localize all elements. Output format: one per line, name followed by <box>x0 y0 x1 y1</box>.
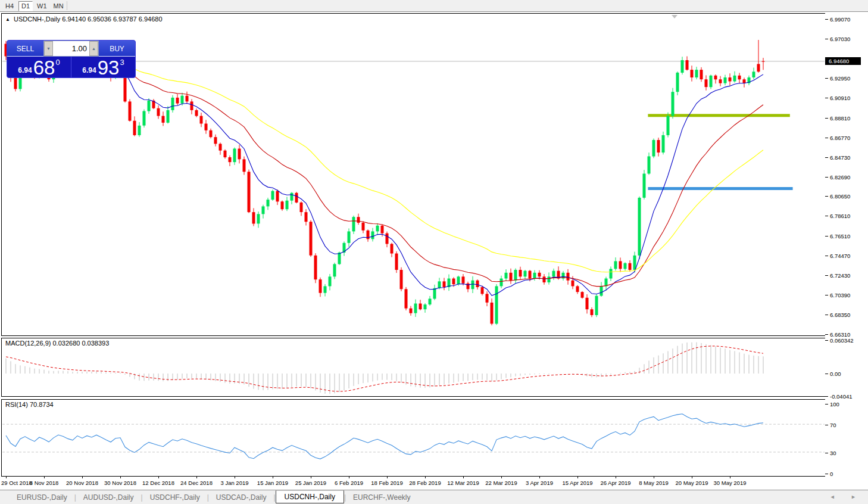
date-tick-label: 22 Mar 2019 <box>485 480 517 486</box>
price-tick-label: 6.78610 <box>830 213 850 219</box>
price-tick-mark <box>825 98 828 98</box>
price-tick-label: 6.88810 <box>830 115 850 122</box>
date-tick-mark <box>44 477 45 478</box>
price-tick-mark <box>825 157 828 158</box>
timeframe-mn-button[interactable]: MN <box>51 1 66 11</box>
price-tick-label: 6.97030 <box>830 36 850 42</box>
date-tick-mark <box>6 477 7 478</box>
price-tick-label: 6.72430 <box>830 272 850 279</box>
price-tick-label: 6.82690 <box>830 174 850 181</box>
macd-tick-mark <box>825 340 828 341</box>
date-tick-label: 20 Nov 2018 <box>66 480 98 486</box>
price-tick-mark <box>825 275 828 276</box>
tab-usdcnh[interactable]: USDCNH-,Daily <box>276 490 344 503</box>
collapse-icon[interactable]: ▲ <box>5 17 10 22</box>
rsi-canvas <box>2 400 825 476</box>
price-tick-label: 6.99070 <box>830 16 850 23</box>
price-tick-mark <box>825 39 828 39</box>
date-tick-label: 28 Feb 2019 <box>409 480 441 486</box>
price-tick-label: 6.80650 <box>830 193 850 200</box>
tab-usdcad[interactable]: USDCAD-,Daily <box>209 491 274 503</box>
date-tick-label: 30 May 2019 <box>714 480 747 486</box>
price-tick-mark <box>825 236 828 237</box>
sell-price-big: 68 <box>33 58 55 77</box>
date-tick-mark <box>692 477 692 478</box>
buy-button[interactable]: BUY <box>99 41 135 57</box>
macd-panel[interactable]: MACD(12,26,9) 0.032680 0.038393 <box>1 338 826 397</box>
rsi-tick-mark <box>825 453 828 453</box>
sell-price[interactable]: 6.94 68 0 <box>7 57 71 78</box>
date-tick-mark <box>463 477 464 478</box>
macd-label: MACD(12,26,9) 0.032680 0.038393 <box>5 340 109 347</box>
date-tick-mark <box>577 477 578 478</box>
date-tick-mark <box>82 477 83 478</box>
price-axis: 6.990706.970306.949906.929506.909106.888… <box>825 13 868 489</box>
support-line <box>648 187 792 190</box>
symbol-tabs: EURUSD-,Daily|AUDUSD-,Daily|USDCHF-,Dail… <box>10 491 417 503</box>
date-tick-label: 3 Jan 2019 <box>220 480 248 486</box>
rsi-tick-label: 30 <box>830 450 836 456</box>
rsi-tick-mark <box>825 404 828 405</box>
buy-price-big: 93 <box>98 58 120 77</box>
chart-shift-marker-icon <box>672 15 677 18</box>
candles-layer <box>5 40 765 325</box>
timeframe-w1-button[interactable]: W1 <box>35 1 49 11</box>
timeframe-d1-button[interactable]: D1 <box>18 1 33 11</box>
mt4-window: H4D1W1MN ▲ USDCNH-,Daily 6.94140 6.95036… <box>0 0 868 504</box>
rsi-level-lines <box>2 424 825 452</box>
date-tick-mark <box>425 477 426 478</box>
price-tick-mark <box>825 256 828 256</box>
toolbar-separator <box>67 1 67 10</box>
date-tick-label: 30 Nov 2018 <box>104 480 136 486</box>
price-tick-label: 6.90910 <box>830 95 850 101</box>
date-tick-label: 26 Apr 2019 <box>600 480 630 486</box>
price-tick-mark <box>825 138 828 138</box>
volume-input[interactable] <box>53 41 89 56</box>
chart-header: ▲ USDCNH-,Daily 6.94140 6.95036 6.93787 … <box>5 15 163 23</box>
macd-values: 0.032680 0.038393 <box>52 340 109 347</box>
macd-tick-label: -0.04041 <box>830 393 853 400</box>
date-tick-label: 20 May 2019 <box>676 480 708 486</box>
date-tick-mark <box>158 477 159 478</box>
rsi-tick-mark <box>825 474 828 474</box>
price-tick-mark <box>825 315 828 315</box>
tab-usdchf[interactable]: USDCHF-,Daily <box>143 491 207 503</box>
date-tick-mark <box>235 477 235 478</box>
price-tick-label: 6.76510 <box>830 233 850 239</box>
tab-scroll-arrows: ◄ ► <box>830 494 863 500</box>
rsi-tick-label: 0 <box>830 471 833 477</box>
timeframe-toolbar: H4D1W1MN <box>0 0 868 12</box>
sell-price-small: 6.94 <box>18 66 32 74</box>
price-tick-label: 6.84730 <box>830 154 850 161</box>
tab-audusd[interactable]: AUDUSD-,Daily <box>76 491 141 503</box>
volume-decrease-button[interactable]: ▼ <box>44 41 53 56</box>
date-tick-label: 25 Jan 2019 <box>295 480 326 486</box>
price-tick-mark <box>825 19 828 20</box>
price-tick-mark <box>825 118 828 119</box>
chart-symbol-label: USDCNH-,Daily <box>14 15 60 23</box>
tab-eurusd[interactable]: EURUSD-,Daily <box>10 491 74 503</box>
symbol-tab-bar: EURUSD-,Daily|AUDUSD-,Daily|USDCHF-,Dail… <box>0 490 868 504</box>
timeframe-h4-button[interactable]: H4 <box>2 1 17 11</box>
current-price-label: 6.94680 <box>825 57 861 65</box>
horizontal-lines-layer <box>648 114 792 190</box>
date-tick-label: 15 Apr 2019 <box>562 480 592 486</box>
price-tick-mark <box>825 78 828 79</box>
sell-button[interactable]: SELL <box>7 41 43 57</box>
tab-scroll-left-icon[interactable]: ◄ <box>830 494 842 500</box>
rsi-panel[interactable]: RSI(14) 70.8734 <box>1 399 826 477</box>
tab-eurchf[interactable]: EURCHF-,Weekly <box>346 491 417 503</box>
chart-ohlc-values: 6.94140 6.95036 6.93787 6.94680 <box>62 15 162 23</box>
macd-tick-mark <box>825 396 828 397</box>
buy-price[interactable]: 6.94 93 3 <box>71 57 135 78</box>
timeframe-buttons: H4D1W1MN <box>2 1 66 11</box>
main-chart-panel[interactable]: ▲ USDCNH-,Daily 6.94140 6.95036 6.93787 … <box>1 13 826 336</box>
volume-increase-button[interactable]: ▲ <box>89 41 98 56</box>
macd-tick-mark <box>825 374 828 374</box>
price-tick-mark <box>825 216 828 216</box>
date-tick-label: 18 Feb 2019 <box>371 480 402 486</box>
tab-scroll-right-icon[interactable]: ► <box>851 494 863 500</box>
price-tick-label: 6.92950 <box>830 75 850 82</box>
price-tick-mark <box>825 177 828 178</box>
date-tick-mark <box>730 477 730 478</box>
